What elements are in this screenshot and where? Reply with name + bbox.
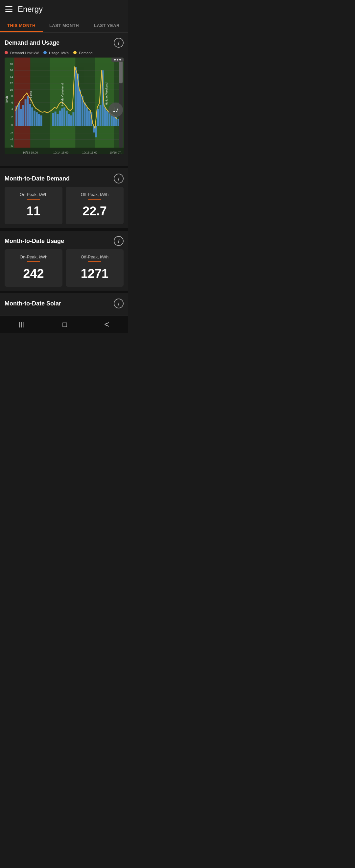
svg-rect-48 [61,108,63,126]
chart-section: Demand and Usage i Demand Limit kW Usage… [0,33,128,166]
svg-text:-6: -6 [10,144,13,148]
svg-text:18: 18 [10,62,13,66]
usage-section-header: Month-to-Date Usage i [5,236,124,246]
demand-off-peak-label: Off-Peak, kWh [81,192,108,197]
tab-bar: THIS MONTH LAST MONTH LAST YEAR [0,19,128,33]
demand-off-peak-value: 22.7 [83,204,107,218]
chart-section-header: Demand and Usage i [5,38,124,48]
svg-rect-54 [75,67,76,126]
svg-rect-33 [18,102,20,126]
svg-text:16: 16 [10,69,13,72]
divider-1 [0,166,128,168]
demand-on-peak-card: On-Peak, kWh 11 [5,187,62,224]
svg-rect-34 [20,109,22,126]
solar-info-button[interactable]: i [114,299,124,308]
svg-rect-38 [29,104,31,126]
demand-off-peak-underline [88,199,101,199]
menu-button[interactable] [5,6,12,12]
svg-text:10/13 19:00: 10/13 19:00 [23,151,38,154]
demand-section: Month-to-Date Demand i On-Peak, kWh 11 O… [0,168,128,228]
usage-off-peak-card: Off-Peak, kWh 1271 [66,249,124,287]
svg-text:0: 0 [11,123,13,127]
demand-section-header: Month-to-Date Demand i [5,174,124,183]
svg-text:10/14 15:00: 10/14 15:00 [53,151,69,154]
svg-text:10/15 11:00: 10/15 11:00 [82,151,98,154]
svg-rect-39 [31,107,33,126]
more-options-button[interactable] [111,58,124,62]
svg-text:10/16 07:: 10/16 07: [109,151,122,154]
demand-info-button[interactable]: i [114,174,124,183]
svg-rect-65 [100,105,102,126]
tab-last-year[interactable]: LAST YEAR [86,19,128,32]
tab-this-month[interactable]: THIS MONTH [0,19,43,32]
solar-title: Month-to-Date Solar [5,300,61,307]
usage-off-peak-value: 1271 [81,267,109,281]
svg-text:6: 6 [11,101,13,104]
svg-rect-58 [84,102,86,126]
svg-rect-47 [59,111,61,126]
svg-rect-41 [36,112,38,126]
svg-text:2: 2 [11,115,13,119]
svg-rect-68 [106,111,108,126]
svg-rect-37 [27,96,29,126]
svg-text:8: 8 [11,94,13,98]
chart-title: Demand and Usage [5,39,60,46]
divider-3 [0,291,128,293]
bottom-nav: ||| □ < [0,316,128,333]
svg-rect-56 [79,90,81,126]
chart-svg: 18 16 14 12 10 8 6 4 2 0 -2 -4 -6 kWh [5,58,124,160]
demand-on-peak-underline [27,199,40,199]
svg-rect-60 [88,111,90,126]
svg-text:-4: -4 [10,138,13,141]
chart-legend: Demand Limit kW Usage, kWh Demand [5,51,124,55]
legend-demand-limit: Demand Limit kW [5,51,39,55]
app-title: Energy [18,5,43,14]
usage-info-button[interactable]: i [114,236,124,246]
demand-cards: On-Peak, kWh 11 Off-Peak, kWh 22.7 [5,187,124,224]
back-button[interactable]: < [98,317,116,332]
svg-rect-52 [70,115,72,126]
media-control-overlay[interactable]: ♩♪ [108,102,123,117]
svg-text:4: 4 [11,107,13,111]
usage-on-peak-underline [27,261,40,262]
svg-text:Holiday/Weekend: Holiday/Weekend [105,83,108,105]
app-header: Energy [0,0,128,19]
svg-text:kWh: kWh [5,96,8,102]
svg-rect-51 [68,114,70,126]
usage-title: Month-to-Date Usage [5,238,64,245]
solar-section-header: Month-to-Date Solar i [5,299,124,308]
demand-on-peak-label: On-Peak, kWh [20,192,48,197]
solar-section: Month-to-Date Solar i [0,293,128,316]
svg-rect-59 [86,107,88,126]
chart-container: ♩♪ [5,58,124,162]
usage-off-peak-label: Off-Peak, kWh [81,254,108,259]
svg-rect-36 [25,99,27,126]
svg-rect-42 [38,114,40,126]
usage-on-peak-value: 242 [23,267,44,281]
svg-rect-44 [52,113,54,126]
usage-section: Month-to-Date Usage i On-Peak, kWh 242 O… [0,231,128,291]
tab-last-month[interactable]: LAST MONTH [43,19,86,32]
svg-rect-40 [34,111,35,126]
svg-text:On-Peak: On-Peak [29,91,33,102]
usage-off-peak-underline [88,261,101,262]
recents-button[interactable]: ||| [12,318,32,331]
usage-cards: On-Peak, kWh 242 Off-Peak, kWh 1271 [5,249,124,287]
svg-text:12: 12 [10,82,13,85]
svg-text:10: 10 [10,88,13,91]
svg-rect-50 [66,111,68,126]
legend-demand: Demand [73,51,93,55]
home-button[interactable]: □ [56,318,73,332]
svg-rect-46 [57,114,59,126]
demand-on-peak-value: 11 [27,204,40,218]
svg-rect-49 [63,107,65,126]
svg-rect-45 [55,112,57,126]
svg-rect-35 [22,105,24,126]
demand-title: Month-to-Date Demand [5,175,70,182]
usage-on-peak-label: On-Peak, kWh [20,254,48,259]
svg-text:14: 14 [10,75,13,79]
legend-usage: Usage, kWh [43,51,69,55]
divider-2 [0,228,128,231]
demand-off-peak-card: Off-Peak, kWh 22.7 [66,187,124,224]
chart-info-button[interactable]: i [114,38,124,48]
